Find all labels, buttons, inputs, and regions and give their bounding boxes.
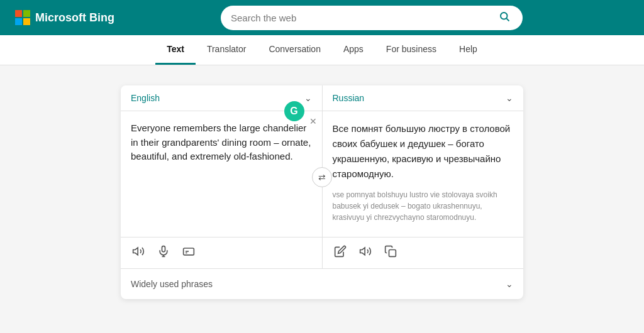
header: Microsoft Bing [0, 0, 644, 35]
target-panel: Russian ⌄ Все помнят большую люстру в ст… [323, 85, 524, 268]
source-mic-button[interactable] [153, 243, 174, 263]
phrases-label: Widely used phrases [131, 279, 213, 289]
target-edit-button[interactable] [330, 243, 350, 263]
clear-button[interactable]: ✕ [309, 116, 317, 126]
target-text-area: Все помнят большую люстру в столовой сво… [323, 111, 524, 237]
svg-point-0 [501, 13, 508, 19]
search-input[interactable] [231, 13, 496, 23]
nav-bar: Text Translator Conversation Apps For bu… [0, 35, 644, 65]
nav-item-translator[interactable]: Translator [196, 35, 258, 65]
target-main-text: Все помнят большую люстру в столовой сво… [333, 121, 514, 182]
target-lang-selector[interactable]: Russian ⌄ [323, 85, 524, 111]
nav-item-conversation[interactable]: Conversation [257, 35, 332, 65]
svg-marker-2 [133, 248, 138, 255]
source-text: Everyone remembers the large chandelier … [131, 121, 312, 164]
svg-rect-3 [162, 246, 165, 252]
target-actions [323, 237, 524, 268]
source-text-area: G ✕ Everyone remembers the large chandel… [121, 111, 322, 237]
search-button[interactable] [496, 11, 513, 25]
search-container [221, 6, 523, 30]
main-content: English ⌄ G ✕ Everyone remembers the lar… [0, 65, 644, 319]
logo[interactable]: Microsoft Bing [15, 10, 114, 25]
target-lang-chevron-icon: ⌄ [506, 93, 513, 103]
svg-rect-10 [389, 250, 396, 257]
search-bar [114, 6, 629, 30]
source-lang-chevron-icon: ⌄ [304, 93, 312, 103]
nav-items: Text Translator Conversation Apps For bu… [155, 35, 489, 65]
svg-line-1 [506, 18, 509, 21]
source-caption-button[interactable] [179, 243, 199, 263]
ms-logo-icon [15, 10, 30, 25]
source-speaker-button[interactable] [128, 243, 148, 263]
source-lang-name[interactable]: English [131, 93, 160, 103]
source-panel: English ⌄ G ✕ Everyone remembers the lar… [121, 85, 323, 268]
grammarly-icon: G [284, 101, 304, 121]
source-actions [121, 237, 322, 268]
nav-item-text[interactable]: Text [155, 35, 196, 65]
target-lang-name[interactable]: Russian [333, 93, 365, 103]
logo-text: Microsoft Bing [35, 11, 114, 25]
nav-item-apps[interactable]: Apps [332, 35, 375, 65]
swap-button[interactable]: ⇄ [312, 167, 332, 187]
translator-card: English ⌄ G ✕ Everyone remembers the lar… [121, 85, 523, 299]
nav-item-help[interactable]: Help [448, 35, 489, 65]
target-copy-button[interactable] [380, 243, 401, 263]
nav-item-for-business[interactable]: For business [375, 35, 448, 65]
phrases-bar[interactable]: Widely used phrases ⌄ [121, 268, 523, 299]
svg-marker-9 [360, 248, 365, 255]
target-speaker-button[interactable] [355, 243, 375, 263]
phrases-chevron-icon: ⌄ [506, 279, 513, 289]
panels-wrapper: English ⌄ G ✕ Everyone remembers the lar… [121, 85, 523, 268]
transliteration-text: vse pomnyat bolshuyu lustro vie stolovay… [333, 189, 514, 223]
